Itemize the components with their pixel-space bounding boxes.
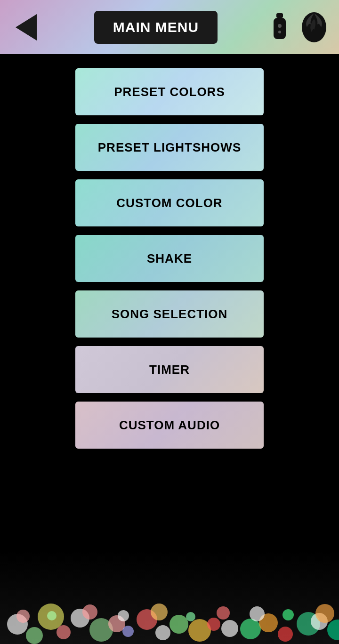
flame-icon[interactable]: [297, 8, 332, 46]
bokeh-circle: [250, 606, 265, 621]
bottle-icon[interactable]: [267, 9, 293, 45]
preset-colors-button[interactable]: PRESET COLORS: [75, 68, 264, 115]
bokeh-circle: [155, 625, 170, 640]
bokeh-circle: [82, 604, 97, 620]
timer-button[interactable]: TIMER: [75, 346, 264, 393]
header-icons: [267, 8, 332, 46]
custom-color-button[interactable]: CUSTOM COLOR: [75, 179, 264, 226]
svg-point-3: [278, 31, 281, 33]
bokeh-circle: [315, 604, 334, 623]
bokeh-circle: [151, 604, 168, 620]
svg-point-2: [278, 24, 282, 28]
bokeh-circle: [186, 612, 195, 621]
bokeh-circle: [240, 619, 261, 639]
preset-lightshows-button[interactable]: PRESET LIGHTSHOWS: [75, 124, 264, 171]
back-button[interactable]: [7, 8, 45, 46]
bokeh-circle: [56, 625, 71, 639]
shake-button[interactable]: SHAKE: [75, 235, 264, 282]
song-selection-button[interactable]: SONG SELECTION: [75, 290, 264, 338]
back-arrow-icon: [16, 14, 37, 40]
bokeh-circle: [207, 618, 220, 631]
bokeh-circle: [221, 620, 238, 637]
bokeh-circle: [47, 611, 56, 620]
main-menu-button[interactable]: MAIN MENU: [94, 11, 218, 44]
bokeh-circle: [118, 610, 129, 621]
bokeh-circle: [217, 606, 230, 620]
bokeh-circle: [16, 610, 30, 623]
bokeh-circle: [26, 627, 43, 644]
bokeh-circle: [170, 615, 188, 634]
header: MAIN MENU: [0, 0, 339, 54]
bokeh-circle: [122, 626, 134, 637]
svg-rect-1: [274, 18, 286, 39]
bokeh-circle: [278, 627, 293, 642]
svg-rect-0: [276, 13, 283, 18]
bokeh-circle: [282, 609, 294, 620]
custom-audio-button[interactable]: CUSTOM AUDIO: [75, 402, 264, 449]
menu-content: PRESET COLORSPRESET LIGHTSHOWSCUSTOM COL…: [0, 54, 339, 463]
bokeh-decoration: [0, 550, 339, 644]
